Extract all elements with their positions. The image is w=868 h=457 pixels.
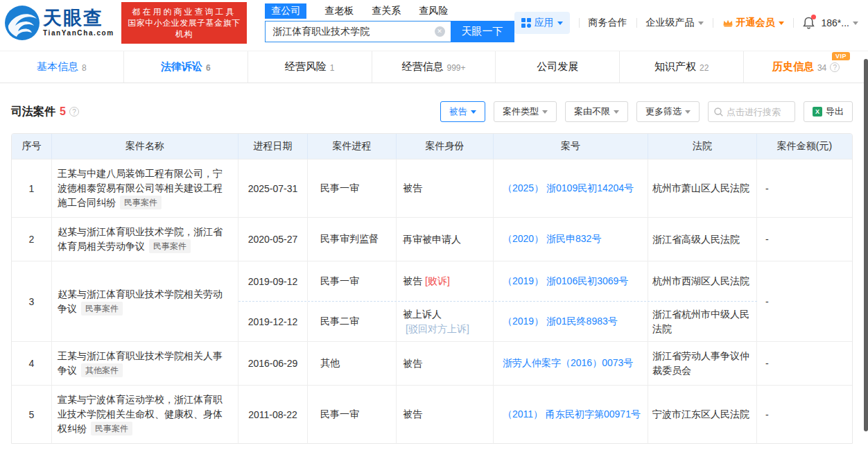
search-input[interactable] — [265, 21, 450, 42]
filter-bar: 被告 案件类型 案由不限 更多筛选 — [440, 101, 853, 122]
case-number-link[interactable]: （2011） 甬东民初字第00971号 — [503, 408, 641, 421]
tab-history-info[interactable]: VIP 历史信息 34 ? — [744, 51, 868, 83]
case-name[interactable]: 宣某与宁波体育运动学校，浙江体育职业技术学院相关生命权、健康权、身体权纠纷民事案… — [58, 393, 228, 436]
search-tabs: 查公司 查老板 查关系 查风险 — [265, 3, 514, 19]
tianyancha-logo[interactable]: 天眼查 TianYanCha.com — [4, 5, 114, 41]
role-result: [驳回对方上诉] — [406, 322, 469, 336]
case-number-link[interactable]: （2019） 浙0106民初3069号 — [503, 275, 628, 288]
divider — [636, 18, 637, 28]
case-type-tag: 民事案件 — [149, 239, 191, 253]
notifications-button[interactable] — [803, 17, 815, 29]
section-count: 5 — [60, 105, 66, 118]
export-button[interactable]: X 导出 — [804, 101, 853, 122]
tab-label: 法律诉讼 — [161, 60, 202, 74]
business-cooperation-link[interactable]: 商务合作 — [589, 17, 627, 29]
case-number-link[interactable]: 浙劳人仲案字（2016）0073号 — [503, 357, 633, 370]
table-search-box[interactable] — [708, 101, 795, 122]
entry-date: 2019-12-12 — [238, 302, 308, 342]
account-menu[interactable]: 186*... — [822, 17, 858, 28]
case-type-tag: 民事案件 — [91, 422, 132, 436]
entry-date: 2011-08-22 — [238, 386, 308, 443]
case-number-link[interactable]: （2019） 浙01民终8983号 — [503, 316, 618, 328]
tab-label: 历史信息 — [772, 60, 814, 74]
column-header: 序号 — [12, 134, 52, 159]
entry-role: 被告 — [397, 386, 494, 443]
tab-operation-risk[interactable]: 经营风险 1 — [248, 51, 372, 83]
search-tab-boss[interactable]: 查老板 — [324, 5, 354, 17]
table-search-input[interactable] — [727, 107, 789, 117]
chevron-down-icon — [471, 110, 476, 114]
table-row: 3赵某与浙江体育职业技术学院相关劳动争议民事案件2019-09-12民事一审被告… — [12, 261, 852, 341]
divider — [793, 18, 794, 28]
main-content: 司法案件 5 ? 被告 案件类型 案由不限 更多筛选 — [0, 101, 868, 444]
divider — [713, 18, 713, 28]
cause-filter-button[interactable]: 案由不限 — [565, 101, 628, 122]
apps-label: 应用 — [535, 17, 554, 29]
entry-stage: 民事审判监督 — [308, 218, 397, 261]
tab-company-development[interactable]: 公司发展 — [496, 51, 620, 83]
open-vip-menu[interactable]: 开通会员 — [722, 17, 784, 29]
column-header: 进程日期 — [238, 134, 308, 159]
business-label: 商务合作 — [589, 17, 627, 29]
apps-menu[interactable]: 应用 — [514, 12, 570, 34]
search-button[interactable]: 天眼一下 — [451, 21, 514, 42]
enterprise-products-menu[interactable]: 企业级产品 — [646, 17, 704, 29]
entry-stage: 民事一审 — [308, 159, 397, 217]
role-result: [败诉] — [425, 274, 450, 288]
case-name-cell: 宣某与宁波体育运动学校，浙江体育职业技术学院相关生命权、健康权、身体权纠纷民事案… — [52, 386, 238, 443]
column-header: 法院 — [648, 134, 757, 159]
role-text: 被上诉人 — [403, 307, 442, 322]
crown-icon — [722, 18, 734, 28]
case-name[interactable]: 赵某与浙江体育职业技术学院相关劳动争议民事案件 — [58, 287, 228, 316]
tab-label: 公司发展 — [537, 60, 578, 74]
case-index: 4 — [12, 342, 52, 385]
case-entries: 2020-05-27民事审判监督再审被申请人（2020） 浙民申832号浙江省高… — [238, 218, 757, 261]
notification-dot — [811, 15, 816, 19]
role-text: 被告 — [403, 274, 422, 288]
defendant-filter-button[interactable]: 被告 — [440, 101, 485, 122]
role-text: 被告 — [403, 181, 422, 196]
tab-count: 22 — [700, 63, 709, 73]
column-header: 案号 — [494, 134, 648, 159]
case-number-link[interactable]: （2025） 浙0109民初14204号 — [503, 182, 634, 195]
tab-count: 1 — [330, 63, 335, 73]
entry-stage: 民事一审 — [308, 386, 397, 443]
page-scrollbar[interactable] — [864, 59, 868, 431]
chevron-down-icon — [614, 110, 619, 114]
case-index: 3 — [12, 261, 52, 341]
help-icon[interactable]: ? — [69, 107, 79, 117]
column-header: 案件进程 — [308, 134, 397, 159]
entry-case-number: （2025） 浙0109民初14204号 — [494, 159, 648, 217]
case-name[interactable]: 赵某与浙江体育职业技术学院，浙江省体育局相关劳动争议民事案件 — [58, 225, 228, 254]
entry-role: 再审被申请人 — [397, 218, 494, 261]
export-label: 导出 — [826, 105, 844, 118]
case-name[interactable]: 王某与浙江体育职业技术学院相关人事争议其他案件 — [58, 349, 228, 378]
tab-intellectual-property[interactable]: 知识产权 22 — [620, 51, 744, 83]
case-type-tag: 其他案件 — [81, 363, 123, 377]
table-header: 序号案件名称进程日期案件进程案件身份案号法院案件金额(元) — [12, 134, 852, 159]
case-type-tag: 民事案件 — [120, 196, 162, 209]
case-type-filter-button[interactable]: 案件类型 — [494, 101, 557, 122]
tab-operation-info[interactable]: 经营信息 999+ — [372, 51, 496, 83]
more-filters-button[interactable]: 更多筛选 — [636, 101, 700, 122]
tab-label: 经营信息 — [401, 60, 443, 74]
search-tab-risk[interactable]: 查风险 — [419, 5, 448, 17]
filter-label: 案由不限 — [574, 105, 610, 118]
case-index: 1 — [12, 159, 52, 217]
case-entries: 2011-08-22民事一审被告（2011） 甬东民初字第00971号宁波市江东… — [238, 386, 757, 443]
search-tab-relation[interactable]: 查关系 — [372, 5, 401, 17]
column-header: 案件名称 — [52, 134, 238, 159]
slogan-line1: 都在用的商业查询工具 — [128, 6, 241, 17]
help-icon[interactable]: ? — [830, 62, 840, 72]
tab-basic-info[interactable]: 基本信息 8 — [0, 51, 124, 83]
entry-role: 被告 — [397, 342, 494, 385]
case-name[interactable]: 王某与中建八局装饰工程有限公司，宁波德相泰贸易有限公司等相关建设工程施工合同纠纷… — [58, 166, 228, 210]
tab-legal-litigation[interactable]: 法律诉讼 6 — [124, 51, 248, 83]
entry-case-number: （2019） 浙01民终8983号 — [494, 302, 648, 342]
case-number-link[interactable]: （2020） 浙民申832号 — [503, 233, 601, 245]
search-tab-company[interactable]: 查公司 — [265, 3, 306, 19]
case-name-cell: 赵某与浙江体育职业技术学院，浙江省体育局相关劳动争议民事案件 — [52, 218, 238, 261]
case-entries: 2019-09-12民事一审被告[败诉]（2019） 浙0106民初3069号杭… — [238, 261, 757, 341]
case-name-cell: 王某与浙江体育职业技术学院相关人事争议其他案件 — [52, 342, 238, 385]
clear-search-icon[interactable]: ✕ — [435, 26, 445, 37]
